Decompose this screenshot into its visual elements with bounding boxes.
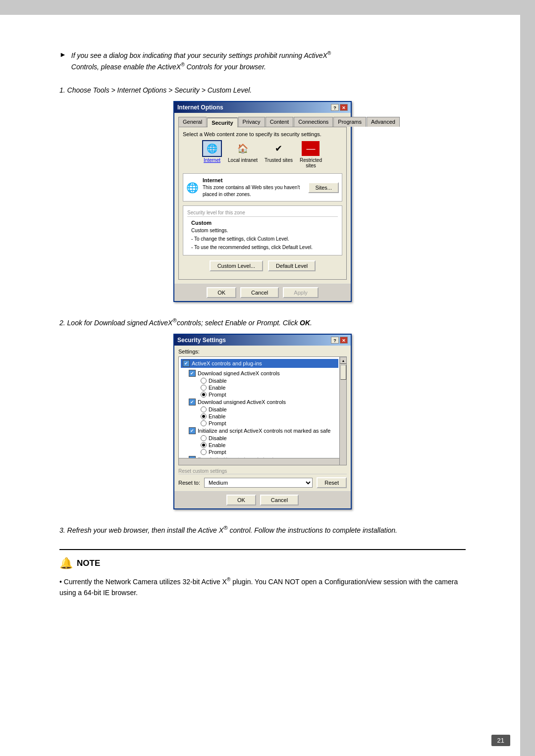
- security-custom: Custom Custom settings. - To change the …: [187, 220, 338, 251]
- settings-inner: ✔ ActiveX controls and plug-ins ✔ Downlo…: [179, 357, 346, 465]
- step-1-label: 1. Choose Tools > Internet Options > Sec…: [59, 86, 466, 94]
- settings-list: ✔ ActiveX controls and plug-ins ✔ Downlo…: [178, 356, 347, 465]
- zone-local-intranet[interactable]: 🏠 Local intranet: [228, 141, 258, 168]
- zone-trusted-sites[interactable]: ✔ Trusted sites: [265, 141, 293, 168]
- zone-internet[interactable]: 🌐 Internet: [203, 141, 221, 168]
- radio-prompt-3-circle: [201, 449, 207, 455]
- custom-level-button[interactable]: Custom Level...: [210, 260, 263, 271]
- tab-security[interactable]: Security: [207, 117, 237, 127]
- tab-connections[interactable]: Connections: [294, 117, 333, 127]
- activex-category: ✔ ActiveX controls and plug-ins: [181, 359, 338, 368]
- radio-enable-3-circle: [201, 442, 207, 448]
- step-1: 1. Choose Tools > Internet Options > Sec…: [59, 86, 466, 302]
- help-button[interactable]: ?: [331, 104, 339, 111]
- activex-superscript-1: ®: [327, 50, 331, 56]
- scrollbar-thumb[interactable]: [340, 365, 346, 380]
- tab-advanced[interactable]: Advanced: [367, 117, 400, 127]
- radio-enable-3-label: Enable: [209, 442, 225, 448]
- reset-to-select[interactable]: Medium: [204, 478, 313, 488]
- step-3: 3. Refresh your web browser, then instal…: [59, 524, 466, 534]
- download-unsigned-label: Download unsigned ActiveX controls: [198, 399, 286, 405]
- bullet-section: ► If you see a dialog box indicating tha…: [59, 50, 466, 72]
- radio-prompt-2-label: Prompt: [209, 420, 226, 426]
- sec-help-button[interactable]: ?: [331, 337, 339, 344]
- restricted-sites-icon: —: [302, 141, 320, 156]
- download-signed-item: ✔ Download signed ActiveX controls Disab…: [189, 370, 338, 398]
- radio-enable-3[interactable]: Enable: [201, 442, 338, 448]
- radio-disable-2[interactable]: Disable: [201, 406, 338, 412]
- sec-dialog-title: Security Settings: [177, 337, 226, 344]
- download-unsigned-item: ✔ Download unsigned ActiveX controls Dis…: [189, 399, 338, 426]
- step2-text2: controls; select Enable or Prompt. Click: [177, 319, 300, 327]
- settings-scrollbar[interactable]: ▲: [339, 357, 346, 465]
- download-unsigned-radios: Disable Enable Prompt: [201, 406, 338, 426]
- tab-general[interactable]: General: [178, 117, 207, 127]
- tab-content[interactable]: Content: [266, 117, 294, 127]
- top-bar: [0, 0, 535, 15]
- radio-prompt-2-circle: [201, 420, 207, 426]
- sec-ok-button[interactable]: OK: [226, 495, 256, 505]
- scroll-up-arrow[interactable]: ▲: [340, 357, 347, 364]
- dialog-titlebar: Internet Options ? ✕: [174, 102, 351, 113]
- settings-label: Settings:: [174, 346, 351, 356]
- zone-name: Internet: [203, 177, 304, 184]
- radio-enable-2[interactable]: Enable: [201, 413, 338, 419]
- step-3-label: 3. Refresh your web browser, then instal…: [59, 524, 466, 534]
- zone-restricted-sites[interactable]: — Restrictedsites: [300, 141, 322, 168]
- horiz-scroll-bar: [179, 458, 339, 465]
- radio-prompt-3[interactable]: Prompt: [201, 449, 338, 455]
- zone-info: 🌐 Internet This zone contains all Web si…: [183, 173, 342, 202]
- bullet-text-part1: If you see a dialog box indicating that …: [71, 51, 327, 59]
- radio-enable-1-label: Enable: [209, 385, 225, 391]
- step3-text1: 3. Refresh your web browser, then instal…: [59, 526, 223, 534]
- close-button[interactable]: ✕: [340, 104, 348, 111]
- dialog-footer: OK Cancel Apply: [174, 284, 351, 301]
- level-buttons: Custom Level... Default Level: [183, 260, 342, 271]
- reset-button[interactable]: Reset: [317, 477, 347, 488]
- note-title: NOTE: [77, 558, 100, 568]
- radio-prompt-2[interactable]: Prompt: [201, 420, 338, 426]
- sec-dialog-footer: OK Cancel: [174, 491, 351, 508]
- initialize-label: Initialize and script ActiveX controls n…: [198, 428, 330, 434]
- zones-row: 🌐 Internet 🏠 Local intranet ✔ Trusted si…: [183, 141, 342, 168]
- dialog-body: General Security Privacy Content Connect…: [174, 113, 351, 284]
- sec-cancel-button[interactable]: Cancel: [260, 495, 299, 505]
- radio-disable-1[interactable]: Disable: [201, 378, 338, 384]
- cancel-button[interactable]: Cancel: [240, 287, 279, 298]
- activex-category-label: ActiveX controls and plug-ins: [192, 360, 262, 366]
- radio-disable-2-circle: [201, 406, 207, 412]
- tab-privacy[interactable]: Privacy: [238, 117, 265, 127]
- download-unsigned-checkbox: ✔: [189, 399, 196, 405]
- radio-enable-1[interactable]: Enable: [201, 385, 338, 391]
- step-2: 2. Look for Download signed ActiveX®cont…: [59, 317, 466, 509]
- dialog-title: Internet Options: [177, 104, 223, 111]
- bullet-text-part3: Controls for your browser.: [186, 63, 266, 71]
- radio-enable-2-circle: [201, 413, 207, 419]
- download-signed-checkbox: ✔: [189, 370, 196, 377]
- radio-disable-1-circle: [201, 378, 207, 384]
- right-bar: [520, 0, 535, 756]
- step2-text1: 2. Look for Download signed ActiveX: [59, 319, 172, 327]
- radio-enable-2-label: Enable: [209, 413, 225, 419]
- local-intranet-label: Local intranet: [228, 157, 258, 163]
- local-intranet-icon: 🏠: [234, 141, 252, 156]
- reset-row: Reset to: Medium Reset: [178, 477, 347, 488]
- sec-dialog-titlebar: Security Settings ? ✕: [174, 335, 351, 346]
- apply-button[interactable]: Apply: [283, 287, 319, 298]
- radio-prompt-1[interactable]: Prompt: [201, 392, 338, 398]
- ok-button[interactable]: OK: [207, 287, 236, 298]
- zone-info-text: Internet This zone contains all Web site…: [203, 177, 304, 198]
- tab-programs[interactable]: Programs: [333, 117, 366, 127]
- step3-sup: ®: [223, 524, 228, 531]
- sites-button[interactable]: Sites...: [308, 182, 339, 193]
- dialog-tabs: General Security Privacy Content Connect…: [178, 117, 347, 127]
- trusted-sites-label: Trusted sites: [265, 157, 293, 163]
- default-level-button[interactable]: Default Level: [268, 260, 316, 271]
- sec-dialog-controls: ? ✕: [331, 337, 348, 344]
- zone-desc: This zone contains all Web sites you hav…: [203, 185, 300, 197]
- sec-close-button[interactable]: ✕: [340, 337, 348, 344]
- radio-disable-3-circle: [201, 435, 207, 441]
- note-text-part1: Currently the Network Camera utilizes 32…: [64, 577, 227, 585]
- zone-select-label: Select a Web content zone to specify its…: [183, 131, 342, 137]
- radio-disable-3[interactable]: Disable: [201, 435, 338, 441]
